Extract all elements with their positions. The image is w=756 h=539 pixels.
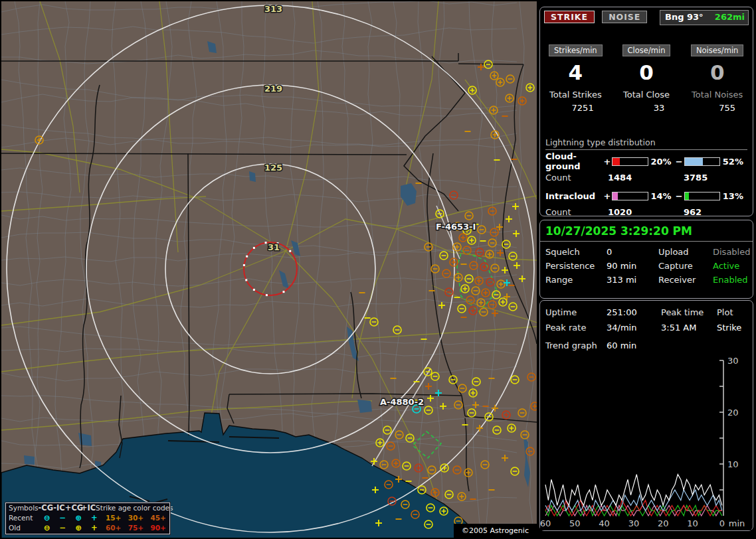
legend-row-recent: Recent⊖−⊕+15+30+45+ xyxy=(6,513,169,523)
ic-plus-bar xyxy=(612,192,648,200)
setting-receiver-label: Receiver xyxy=(658,275,713,285)
trend-graph: 1020306050403020100min xyxy=(540,356,751,530)
setting-receiver-state[interactable]: Enabled xyxy=(713,275,754,285)
svg-text:40: 40 xyxy=(599,518,610,528)
peak-rate-value: 34/min xyxy=(607,323,661,333)
cloud-ground-label: Cloud-ground xyxy=(545,151,603,171)
ring-dot xyxy=(265,242,267,244)
legend-col-pos-ic: +IC xyxy=(81,503,96,513)
svg-text:10: 10 xyxy=(687,518,698,528)
trend-graph-label: Trend graph xyxy=(545,341,607,350)
svg-text:60: 60 xyxy=(540,518,551,528)
ring-label-219: 219 xyxy=(264,84,282,94)
ring-dot xyxy=(253,289,255,291)
ring-dot xyxy=(246,256,248,258)
ic-minus-pct: 13% xyxy=(723,191,747,201)
state-border-2 xyxy=(458,64,523,64)
cg-minus-pct: 52% xyxy=(723,157,747,167)
total-close-label: Total Close xyxy=(611,90,682,100)
ic-minus-count: 962 xyxy=(684,207,702,217)
setting-squelch-value[interactable]: 0 xyxy=(607,247,658,257)
bearing-distance: 262mi xyxy=(715,11,748,24)
setting-range-label: Range xyxy=(545,275,607,285)
ring-dot xyxy=(253,247,255,249)
noises-per-min-value: 0 xyxy=(682,60,753,84)
datetime-display: 10/27/2025 3:29:20 PM xyxy=(540,220,753,242)
status-sidebar: STRIKE NOISE Bng 93° 262mi Strikes/min 4… xyxy=(538,0,756,539)
lake-8 xyxy=(24,455,35,465)
bearing-readout: Bng 93° 262mi xyxy=(660,10,749,25)
ring-dot xyxy=(243,264,245,266)
svg-text:min: min xyxy=(729,518,745,528)
ring-dot xyxy=(245,279,247,281)
peak-rate-label: Peak rate xyxy=(545,323,607,333)
plot-mode-value[interactable]: Strike xyxy=(717,323,754,333)
strikes-per-min-chip[interactable]: Strikes/min xyxy=(549,44,603,56)
setting-range-value[interactable]: 313 mi xyxy=(607,275,658,285)
svg-text:20: 20 xyxy=(658,518,669,528)
peak-time-value: 3:51 AM xyxy=(661,323,717,333)
ic-plus-count: 1020 xyxy=(608,207,684,217)
noise-mode-button[interactable]: NOISE xyxy=(602,11,647,23)
svg-text:30: 30 xyxy=(628,518,640,528)
ring-label-31: 31 xyxy=(268,242,280,252)
svg-text:0: 0 xyxy=(719,518,725,528)
intracloud-label: Intracloud xyxy=(545,191,603,201)
close-per-min-value: 0 xyxy=(611,60,682,84)
receiver-status-panel: 10/27/2025 3:29:20 PM Squelch0UploadDisa… xyxy=(539,220,753,299)
trend-graph-window[interactable]: 60 min xyxy=(607,341,661,350)
uptime-value: 251:00 xyxy=(607,307,661,317)
legend-age-title: Strike age color codes xyxy=(96,503,173,513)
total-close-value: 33 xyxy=(611,103,682,113)
svg-text:50: 50 xyxy=(569,518,581,528)
ic-count-label: Count xyxy=(545,207,608,217)
storm-label-1: F-4653-I xyxy=(436,222,476,232)
plot-label[interactable]: Plot xyxy=(717,307,754,317)
strike-mode-button[interactable]: STRIKE xyxy=(544,11,595,23)
setting-squelch-label: Squelch xyxy=(545,247,607,257)
setting-capture-label: Capture xyxy=(658,261,713,271)
legend-col-neg-ic: -IC xyxy=(53,503,65,513)
ring-label-313: 313 xyxy=(264,4,282,14)
ring-dot xyxy=(266,294,268,296)
strikes-per-min-value: 4 xyxy=(540,60,611,84)
setting-upload-state[interactable]: Disabled xyxy=(713,247,754,257)
legend-col-symbols: Symbols xyxy=(6,503,39,513)
ring-dot xyxy=(289,250,291,252)
distribution-title: Lightning type distribution xyxy=(545,137,747,150)
ring-dot xyxy=(283,291,285,293)
storm-label-2: A-4880-2 xyxy=(380,397,424,407)
map-legend: Symbols -CG -IC +CG +IC Strike age color… xyxy=(5,502,170,534)
svg-text:10: 10 xyxy=(727,459,739,469)
bearing-label: Bng 93° xyxy=(660,12,704,22)
svg-text:30: 30 xyxy=(727,356,739,366)
legend-col-pos-cg: +CG xyxy=(65,503,81,513)
ring-label-125: 125 xyxy=(264,163,282,173)
trend-panel: Uptime 251:00 Peak time Plot Peak rate 3… xyxy=(539,300,753,531)
cg-minus-count: 3785 xyxy=(684,173,708,183)
map-canvas[interactable]: 31321912531F-4653-IA-4880-2 xyxy=(1,1,537,538)
svg-text:20: 20 xyxy=(727,408,739,418)
lightning-distribution: Lightning type distribution Cloud-ground… xyxy=(545,137,747,220)
noises-per-min-chip[interactable]: Noises/min xyxy=(691,44,743,56)
cg-count-label: Count xyxy=(545,173,608,183)
app-window: 31321912531F-4653-IA-4880-2 Symbols -CG … xyxy=(0,0,756,539)
total-strikes-label: Total Strikes xyxy=(540,90,611,100)
legend-header-row: Symbols -CG -IC +CG +IC Strike age color… xyxy=(6,503,169,513)
setting-persistence-value[interactable]: 90 min xyxy=(607,261,658,271)
setting-capture-state[interactable]: Active xyxy=(713,261,754,271)
ic-minus-bar xyxy=(684,192,720,200)
lightning-map[interactable]: 31321912531F-4653-IA-4880-2 Symbols -CG … xyxy=(1,1,537,538)
close-per-min-chip[interactable]: Close/min xyxy=(622,44,671,56)
peak-time-label: Peak time xyxy=(661,307,717,317)
legend-col-neg-cg: -CG xyxy=(39,503,54,513)
legend-row-old: Old⊖−⊕+60+75+90+ xyxy=(6,523,169,533)
setting-upload-label: Upload xyxy=(658,247,713,257)
cg-minus-bar xyxy=(684,157,720,166)
strike-stats-panel: STRIKE NOISE Bng 93° 262mi Strikes/min 4… xyxy=(539,7,753,216)
copyright-label: ©2005 Astrogenic Systems xyxy=(454,524,537,538)
cg-plus-pct: 20% xyxy=(651,157,676,167)
cg-plus-count: 1484 xyxy=(608,173,684,183)
uptime-label: Uptime xyxy=(545,307,607,317)
cg-plus-bar xyxy=(612,157,648,166)
